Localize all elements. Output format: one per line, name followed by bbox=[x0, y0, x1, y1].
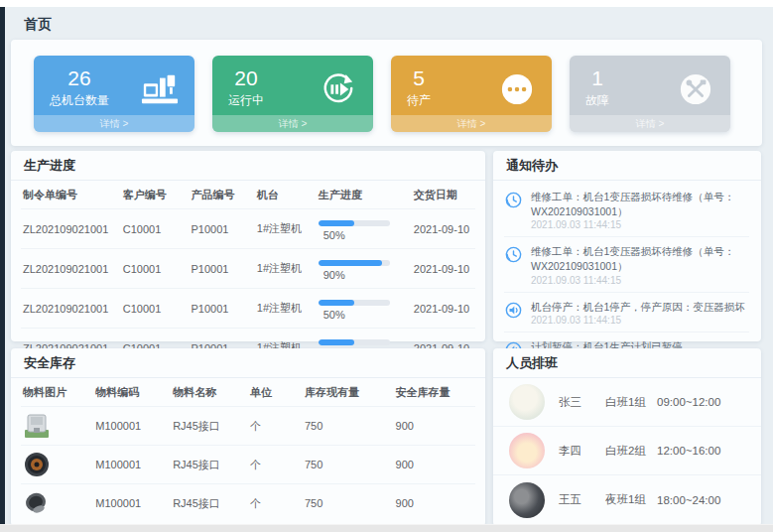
stat-label: 运行中 bbox=[228, 92, 264, 109]
staff-name: 张三 bbox=[559, 395, 605, 410]
detail-link[interactable]: 详情 > bbox=[391, 115, 552, 132]
progress-percent: 50% bbox=[323, 229, 345, 241]
material-name-cell: RJ45接口 bbox=[171, 446, 248, 484]
progress-percent: 50% bbox=[323, 309, 345, 321]
machine-cell: 1#注塑机 bbox=[255, 249, 317, 289]
machine-cell: 1#注塑机 bbox=[255, 289, 317, 329]
customer-no-cell: C10001 bbox=[121, 209, 190, 249]
clock-icon bbox=[504, 245, 523, 264]
time-range: 12:00~16:00 bbox=[657, 445, 720, 457]
product-no-cell: P10001 bbox=[189, 249, 254, 289]
order-no-cell: ZL202109021001 bbox=[21, 289, 121, 329]
notification-item[interactable]: 维修工单：机台1变压器损坏待维修（单号：WX202109031001） 2021… bbox=[504, 237, 749, 292]
product-no-cell: P10001 bbox=[189, 289, 254, 329]
column-header: 单位 bbox=[248, 378, 303, 407]
safety-stock-table: 物料图片 物料编码 物料名称 单位 库存现有量 安全库存量 bbox=[21, 378, 475, 522]
stat-value: 26 bbox=[50, 66, 109, 90]
shift-label: 白班2组 bbox=[605, 444, 657, 459]
notification-time: 2021.09.03 11:44:15 bbox=[531, 315, 745, 326]
tools-icon bbox=[677, 72, 714, 106]
panel-title-notifications: 通知待办 bbox=[493, 151, 761, 181]
progress-bar bbox=[319, 339, 390, 345]
detail-link[interactable]: 详情 > bbox=[34, 115, 194, 132]
column-header: 物料名称 bbox=[171, 378, 248, 407]
panel-title-staff: 人员排班 bbox=[493, 348, 761, 378]
notification-text: 维修工单：机台1变压器损坏待维修（单号：WX202109031001） bbox=[531, 244, 749, 273]
machine-cell: 1#注塑机 bbox=[255, 209, 317, 249]
stat-card-total-machines: 26 总机台数量 详情 > bbox=[34, 56, 194, 132]
stat-label: 待产 bbox=[407, 92, 431, 109]
stat-card-fault: 1 故障 详情 > bbox=[570, 56, 730, 132]
customer-no-cell: C10001 bbox=[121, 289, 190, 329]
running-icon bbox=[320, 72, 357, 106]
staff-schedule-panel: 人员排班 张三 白班1组 09:00~12:00 李四 白班2组 12:00~1… bbox=[493, 348, 761, 526]
stat-cards-panel: 26 总机台数量 详情 > 20 运行中 bbox=[11, 40, 762, 146]
table-row: ZL202109021001 C10001 P10001 1#注塑机 90% 2… bbox=[21, 249, 475, 289]
avatar bbox=[509, 433, 545, 468]
progress-bar bbox=[319, 300, 390, 306]
progress-cell: 50% bbox=[317, 289, 412, 329]
notification-item[interactable]: 机台停产：机台1停产，停产原因：变压器损坏 2021.09.03 11:44:1… bbox=[504, 293, 749, 333]
avatar bbox=[509, 384, 545, 420]
clock-icon bbox=[504, 191, 523, 209]
table-row: M100001 RJ45接口 个 750 900 bbox=[21, 407, 475, 446]
progress-percent: 90% bbox=[323, 269, 345, 281]
delivery-date-cell: 2021-09-10 bbox=[412, 209, 475, 249]
table-header-row: 物料图片 物料编码 物料名称 单位 库存现有量 安全库存量 bbox=[21, 378, 475, 407]
notification-text: 维修工单：机台1变压器损坏待维修（单号：WX202109031001） bbox=[531, 190, 749, 218]
panel-title-stock: 安全库存 bbox=[11, 348, 485, 378]
material-code-cell: M100001 bbox=[93, 446, 171, 484]
time-range: 18:00~24:00 bbox=[657, 494, 720, 506]
staff-row: 张三 白班1组 09:00~12:00 bbox=[493, 378, 761, 427]
column-header: 物料编码 bbox=[93, 378, 171, 407]
table-row: ZL202109021001 C10001 P10001 1#注塑机 50% 2… bbox=[21, 289, 475, 329]
page-header: 首页 bbox=[5, 7, 773, 39]
notification-time: 2021.09.03 11:44:15 bbox=[531, 219, 749, 230]
shift-label: 夜班1组 bbox=[605, 492, 657, 507]
delivery-date-cell: 2021-09-10 bbox=[412, 289, 475, 329]
column-header: 制令单编号 bbox=[21, 181, 121, 209]
column-header: 交货日期 bbox=[412, 181, 475, 209]
progress-bar bbox=[319, 260, 390, 266]
unit-cell: 个 bbox=[248, 446, 303, 484]
notification-time: 2021.09.03 11:44:15 bbox=[531, 275, 749, 286]
panel-title-production: 生产进度 bbox=[11, 151, 485, 181]
page-tab-home[interactable]: 首页 bbox=[24, 16, 52, 32]
staff-name: 李四 bbox=[559, 444, 605, 459]
staff-row: 王五 夜班1组 18:00~24:00 bbox=[493, 475, 761, 524]
material-name-cell: RJ45接口 bbox=[171, 484, 248, 523]
notification-text: 机台停产：机台1停产，停产原因：变压器损坏 bbox=[531, 300, 745, 315]
unit-cell: 个 bbox=[248, 407, 303, 446]
shift-label: 白班1组 bbox=[605, 395, 657, 410]
detail-link[interactable]: 详情 > bbox=[570, 115, 730, 132]
material-image-cell bbox=[21, 407, 93, 446]
table-header-row: 制令单编号 客户编号 产品编号 机台 生产进度 交货日期 bbox=[21, 181, 475, 209]
table-row: ZL202109021001 C10001 P10001 1#注塑机 50% 2… bbox=[21, 209, 475, 249]
unit-cell: 个 bbox=[248, 484, 303, 523]
material-name-cell: RJ45接口 bbox=[171, 407, 248, 446]
staff-row: 李四 白班2组 12:00~16:00 bbox=[493, 427, 761, 475]
speaker-driver-image bbox=[23, 452, 51, 477]
stat-label: 故障 bbox=[585, 92, 609, 109]
machine-icon bbox=[141, 72, 179, 106]
material-code-cell: M100001 bbox=[93, 407, 171, 446]
material-image-cell bbox=[21, 446, 93, 484]
safety-qty-cell: 900 bbox=[394, 446, 475, 484]
on-hand-qty-cell: 750 bbox=[303, 484, 394, 523]
order-no-cell: ZL202109021001 bbox=[21, 249, 121, 289]
stat-card-pending: 5 待产 详情 > bbox=[391, 56, 552, 132]
avatar bbox=[509, 482, 545, 518]
detail-link[interactable]: 详情 > bbox=[212, 115, 373, 132]
column-header: 安全库存量 bbox=[394, 378, 475, 407]
speaker-icon bbox=[504, 301, 523, 320]
stat-card-running: 20 运行中 详情 > bbox=[212, 56, 373, 132]
progress-cell: 50% bbox=[317, 209, 412, 249]
progress-bar bbox=[319, 220, 390, 226]
rj45-connector-image bbox=[23, 413, 51, 439]
stat-value: 20 bbox=[228, 66, 264, 90]
on-hand-qty-cell: 750 bbox=[303, 407, 394, 446]
material-code-cell: M100001 bbox=[93, 484, 171, 523]
stat-label: 总机台数量 bbox=[50, 92, 109, 109]
notification-item[interactable]: 维修工单：机台1变压器损坏待维修（单号：WX202109031001） 2021… bbox=[504, 183, 749, 237]
column-header: 客户编号 bbox=[121, 181, 190, 209]
